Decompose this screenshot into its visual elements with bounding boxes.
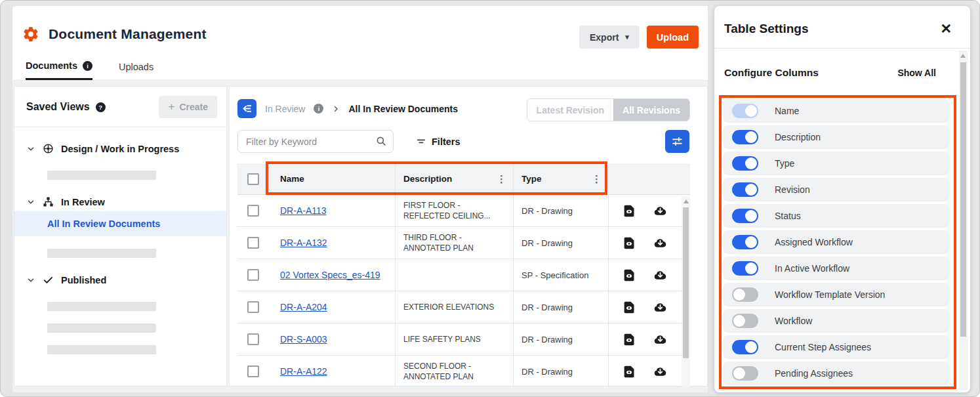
export-button[interactable]: Export ▾ [579, 26, 640, 49]
document-link[interactable]: 02 Vortex Specs_es-419 [280, 270, 380, 280]
type-text: DR - Drawing [521, 303, 573, 312]
row-checkbox[interactable] [247, 366, 259, 377]
column-header-description-label: Description [403, 174, 452, 184]
filters-label: Filters [432, 136, 460, 147]
tree-item-published[interactable]: Published [14, 270, 226, 289]
row-checkbox-cell [237, 227, 268, 259]
panel-scrollbar[interactable] [959, 51, 968, 390]
preview-document-icon[interactable] [623, 301, 636, 314]
skeleton-bar [47, 171, 156, 180]
close-icon[interactable]: ✕ [940, 22, 952, 35]
filters-button[interactable]: Filters [416, 136, 460, 147]
kebab-menu-icon[interactable]: ⋮ [497, 174, 506, 184]
preview-document-icon[interactable] [623, 268, 636, 282]
table-settings-button[interactable] [665, 130, 689, 153]
document-link[interactable]: DR-A-A132 [280, 238, 327, 248]
document-link[interactable]: DR-A-A113 [280, 205, 327, 216]
row-checkbox[interactable] [247, 269, 259, 281]
latest-revision-segment[interactable]: Latest Revision [527, 99, 613, 121]
panel-title: Table Settings [724, 22, 808, 36]
column-toggle[interactable] [732, 104, 758, 118]
download-icon[interactable] [653, 333, 667, 346]
breadcrumb-current: All In Review Documents [348, 104, 457, 114]
tab-bar: Documents i Uploads [26, 60, 153, 80]
column-toggle[interactable] [732, 261, 758, 276]
column-header-description[interactable]: Description ⋮ [395, 163, 513, 194]
chevron-down-icon[interactable] [26, 198, 35, 207]
column-toggle[interactable] [732, 340, 758, 354]
column-header-type[interactable]: Type ⋮ [513, 163, 608, 194]
download-icon[interactable] [653, 204, 667, 218]
upload-button[interactable]: Upload [647, 26, 699, 49]
table-row: DR-A-A113 FIRST FLOOR - REFLECTED CEILIN… [237, 195, 690, 227]
chevron-right-icon [332, 105, 340, 113]
documents-table: Name Description ⋮ Type ⋮ [237, 163, 690, 387]
row-checkbox[interactable] [247, 205, 259, 217]
document-link[interactable]: DR-S-A003 [280, 334, 327, 345]
column-toggle[interactable] [732, 314, 758, 328]
row-checkbox[interactable] [247, 333, 259, 345]
download-icon[interactable] [653, 236, 667, 250]
column-header-name[interactable]: Name [268, 163, 395, 194]
download-icon[interactable] [653, 365, 667, 379]
description-cell: EXTERIOR ELEVATIONS [395, 291, 513, 323]
tab-documents[interactable]: Documents i [26, 60, 92, 80]
revision-segmented-control: Latest Revision All Revisions [527, 98, 690, 121]
description-text: SECOND FLOOR - ANNOTATED PLAN [403, 361, 513, 382]
kebab-menu-icon[interactable]: ⋮ [592, 174, 602, 184]
preview-document-icon[interactable] [623, 236, 636, 250]
download-icon[interactable] [653, 268, 667, 282]
row-checkbox-cell [237, 291, 268, 323]
tree-item-design-wip[interactable]: Design / Work in Progress [14, 139, 226, 158]
column-toggle[interactable] [732, 366, 758, 381]
row-checkbox[interactable] [247, 301, 259, 313]
chevron-down-icon: ▾ [625, 33, 629, 41]
scroll-up-icon[interactable] [684, 199, 689, 203]
breadcrumb-parent[interactable]: In Review [265, 104, 305, 114]
chevron-down-icon[interactable] [26, 276, 35, 285]
search-icon [375, 135, 387, 147]
name-cell: 02 Vortex Specs_es-419 [268, 259, 395, 291]
row-checkbox[interactable] [247, 237, 259, 249]
preview-document-icon[interactable] [623, 333, 636, 346]
column-toggle-row: Pending Assignees [723, 362, 950, 385]
preview-document-icon[interactable] [623, 204, 636, 218]
scrollbar-thumb[interactable] [683, 207, 689, 358]
description-text: FIRST FLOOR - REFLECTED CEILING... [403, 200, 513, 221]
document-link[interactable]: DR-A-A204 [280, 302, 327, 312]
table-row: DR-A-A122 SECOND FLOOR - ANNOTATED PLAN … [237, 356, 690, 387]
plus-icon: + [168, 100, 174, 114]
chevron-down-icon[interactable] [26, 144, 35, 154]
document-link[interactable]: DR-A-A122 [280, 366, 327, 377]
column-toggle[interactable] [732, 287, 758, 302]
column-toggle[interactable] [732, 156, 758, 171]
column-toggle-row: Type [723, 152, 950, 175]
type-text: DR - Drawing [521, 335, 573, 345]
tree-item-in-review[interactable]: In Review [14, 192, 226, 211]
preview-document-icon[interactable] [623, 365, 636, 379]
download-icon[interactable] [653, 301, 667, 314]
select-all-checkbox[interactable] [247, 173, 259, 185]
tab-uploads[interactable]: Uploads [119, 60, 153, 80]
table-scrollbar[interactable] [682, 197, 690, 387]
collapse-sidebar-button[interactable] [237, 99, 256, 118]
column-toggle[interactable] [732, 235, 758, 249]
info-icon[interactable]: i [314, 104, 323, 114]
keyword-filter-input[interactable] [237, 130, 394, 153]
filter-lines-icon [416, 136, 426, 147]
all-revisions-segment[interactable]: All Revisions [613, 99, 689, 121]
description-text: EXTERIOR ELEVATIONS [403, 302, 498, 312]
info-icon[interactable]: i [83, 61, 92, 71]
column-toggle[interactable] [732, 130, 758, 144]
help-icon[interactable]: ? [96, 102, 106, 112]
scroll-up-icon[interactable] [960, 54, 966, 58]
show-all-button[interactable]: Show All [897, 68, 936, 78]
column-toggle[interactable] [732, 209, 758, 223]
column-toggle-row: Workflow [723, 309, 950, 333]
column-toggle[interactable] [732, 182, 758, 197]
tree-item-all-in-review-documents[interactable]: All In Review Documents [14, 211, 226, 236]
scrollbar-thumb[interactable] [960, 62, 966, 337]
name-cell: DR-A-A204 [268, 291, 395, 323]
create-button[interactable]: + Create [159, 96, 217, 118]
actions-cell [608, 227, 680, 259]
